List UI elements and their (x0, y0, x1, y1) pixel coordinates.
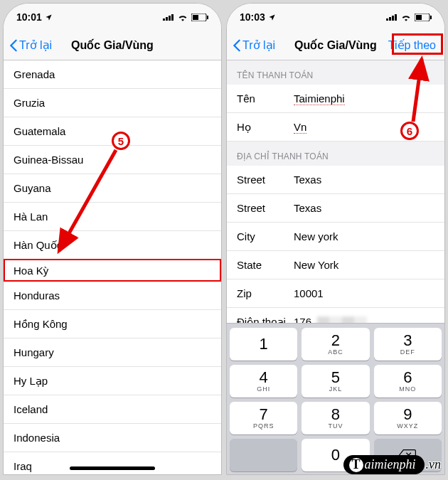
status-bar: 10:01 (4, 4, 221, 31)
country-row[interactable]: Iceland (4, 395, 221, 424)
field-label: City (237, 230, 294, 242)
country-list[interactable]: GrenadaGruziaGuatemalaGuinea-BissauGuyan… (4, 60, 221, 475)
wifi-icon (177, 14, 188, 21)
key-5[interactable]: 5JKL (302, 365, 369, 398)
field-label: Họ (237, 121, 294, 134)
svg-rect-9 (392, 16, 394, 21)
watermark-t-icon: T (349, 458, 363, 472)
country-row[interactable]: Hy Lạp (4, 367, 221, 395)
country-row[interactable]: Indonesia (4, 424, 221, 452)
signal-icon (163, 14, 174, 21)
callout-5: 5 (112, 132, 130, 150)
field-value: New york (294, 230, 338, 242)
wifi-icon (400, 14, 412, 21)
phone-left: 10:01 Trở lại Quốc Gia/Vùng GrenadaGruzi… (3, 3, 222, 475)
country-row[interactable]: Gruzia (4, 89, 221, 117)
back-button[interactable]: Trở lại (9, 38, 52, 52)
field-value: Vn (294, 121, 306, 134)
arrow-6 (406, 55, 434, 126)
key-8[interactable]: 8TUV (302, 402, 369, 434)
form-row[interactable]: StreetTexas (227, 166, 444, 194)
nav-bar: Trở lại Quốc Gia/Vùng (4, 31, 221, 60)
svg-rect-3 (171, 14, 174, 21)
chevron-left-icon (9, 39, 18, 52)
status-bar: 10:03 (227, 4, 444, 31)
country-row[interactable]: Honduras (4, 282, 221, 310)
section-header-address: ĐỊA CHỈ THANH TOÁN (227, 142, 444, 166)
nav-title: Quốc Gia/Vùng (71, 38, 154, 52)
key-blank (230, 439, 297, 471)
form-row[interactable]: CityNew york (227, 223, 444, 251)
callout-6: 6 (400, 122, 419, 140)
key-2[interactable]: 2ABC (302, 328, 369, 361)
key-3[interactable]: 3DEF (374, 328, 442, 361)
country-row[interactable]: Iraq (4, 452, 221, 475)
field-label: Street (237, 202, 294, 214)
svg-rect-7 (386, 18, 388, 21)
chevron-left-icon (233, 39, 241, 52)
field-label: Tên (237, 92, 294, 105)
key-6[interactable]: 6MNO (374, 365, 442, 398)
field-value: Texas (294, 174, 321, 186)
next-button[interactable]: Tiếp theo (385, 37, 439, 53)
field-value: New York (294, 259, 338, 271)
form-row[interactable]: Zip10001 (227, 279, 444, 308)
back-label: Trở lại (19, 38, 52, 52)
field-label: State (237, 259, 294, 271)
signal-icon (386, 14, 398, 21)
home-indicator[interactable] (70, 466, 155, 470)
field-label: Street (237, 174, 294, 186)
nav-title: Quốc Gia/Vùng (294, 38, 377, 52)
svg-rect-12 (416, 15, 422, 20)
status-time: 10:03 (240, 11, 265, 23)
address-fields: StreetTexasStreetTexasCityNew yorkStateN… (227, 166, 444, 336)
svg-rect-1 (166, 17, 168, 21)
battery-icon (415, 14, 432, 21)
key-7[interactable]: 7PQRS (230, 402, 297, 434)
form-row[interactable]: StreetTexas (227, 194, 444, 223)
key-4[interactable]: 4GHI (230, 365, 297, 398)
field-value: Texas (294, 202, 321, 214)
svg-rect-0 (163, 18, 165, 21)
svg-rect-2 (169, 16, 171, 21)
location-icon (268, 14, 276, 21)
svg-rect-6 (207, 16, 208, 19)
watermark: T aimienphi .vn (343, 455, 442, 474)
battery-icon (191, 14, 208, 21)
key-9[interactable]: 9WXYZ (374, 402, 442, 434)
svg-rect-5 (193, 15, 198, 20)
form-row[interactable]: StateNew York (227, 251, 444, 279)
field-value: 10001 (294, 287, 324, 299)
country-row[interactable]: Hồng Kông (4, 310, 221, 338)
country-row[interactable]: Hungary (4, 338, 221, 367)
status-time: 10:01 (16, 11, 42, 23)
location-icon (45, 14, 53, 21)
key-1[interactable]: 1 (230, 328, 297, 361)
svg-rect-8 (389, 17, 391, 21)
back-label: Trở lại (242, 38, 275, 52)
country-row[interactable]: Grenada (4, 60, 221, 89)
svg-rect-10 (395, 14, 397, 21)
field-label: Zip (237, 287, 294, 299)
svg-rect-13 (430, 16, 432, 19)
numeric-keypad[interactable]: 12ABC3DEF4GHI5JKL6MNO7PQRS8TUV9WXYZ0 (227, 323, 444, 474)
field-value: Taimienphi (294, 92, 345, 105)
phone-right: 10:03 Trở lại Quốc Gia/Vùng Tiếp theo TÊ… (226, 3, 445, 475)
back-button[interactable]: Trở lại (233, 38, 275, 52)
arrow-5 (46, 144, 124, 265)
